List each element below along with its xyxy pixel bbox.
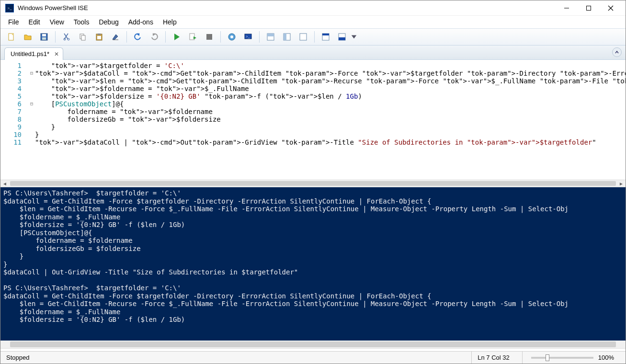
zoom-label: 100% (598, 354, 614, 361)
script-editor[interactable]: 1234567891011 ⊟⊟ "tok">-var">$targetfold… (0, 60, 626, 180)
menu-tools[interactable]: Tools (69, 17, 94, 27)
file-tab[interactable]: Untitled1.ps1* ✕ (4, 47, 63, 60)
zoom-slider[interactable] (531, 357, 593, 359)
clear-button[interactable] (107, 30, 124, 44)
menu-edit[interactable]: Edit (24, 17, 45, 27)
run-icon (172, 33, 181, 41)
copy-icon (79, 33, 87, 41)
console-pane[interactable]: PS C:\Users\Tashreef> $targetfolder = 'C… (0, 187, 626, 341)
run-selection-icon (189, 33, 197, 41)
menu-add-ons[interactable]: Add-ons (124, 17, 158, 27)
new-button[interactable] (3, 30, 20, 44)
new-icon (7, 33, 16, 41)
cut-icon (62, 33, 71, 41)
paste-button[interactable] (91, 30, 107, 44)
status-state: Stopped (6, 354, 29, 361)
run-button[interactable] (169, 30, 185, 44)
line-gutter: 1234567891011 (0, 60, 28, 180)
layout3-button[interactable] (295, 30, 311, 44)
svg-rect-27 (300, 34, 307, 40)
menu-file[interactable]: File (3, 17, 24, 27)
command-pane-icon (338, 33, 346, 41)
app-icon: >_ (5, 4, 14, 12)
scroll-right-icon[interactable]: ► (617, 180, 626, 187)
svg-rect-24 (267, 34, 274, 36)
redo-button[interactable] (146, 30, 162, 44)
layout3-icon (299, 33, 307, 41)
menu-view[interactable]: View (45, 17, 69, 27)
window-title: Windows PowerShell ISE (18, 4, 556, 11)
console-horizontal-scrollbar[interactable] (0, 341, 626, 348)
remote-icon: >_ (244, 33, 252, 41)
svg-rect-8 (42, 37, 46, 40)
menu-help[interactable]: Help (158, 17, 182, 27)
close-button[interactable] (600, 1, 622, 15)
breakpoint-button[interactable] (224, 30, 240, 44)
layout2-button[interactable] (279, 30, 295, 44)
status-bar: Stopped Ln 7 Col 32 100% (0, 351, 626, 364)
zoom-knob[interactable] (546, 354, 549, 361)
remote-button[interactable]: >_ (240, 30, 256, 44)
save-icon (40, 33, 48, 41)
clear-icon (111, 33, 120, 41)
svg-rect-15 (97, 36, 101, 39)
svg-text:>_: >_ (246, 34, 250, 39)
maximize-button[interactable] (578, 1, 600, 15)
svg-rect-26 (284, 34, 286, 40)
layout1-button[interactable] (262, 30, 279, 44)
undo-button[interactable] (130, 30, 146, 44)
open-icon (23, 33, 32, 41)
stop-button[interactable] (201, 30, 217, 44)
svg-rect-12 (81, 35, 85, 40)
breakpoint-icon (228, 33, 236, 41)
svg-rect-14 (98, 34, 101, 35)
scroll-thumb[interactable] (10, 341, 616, 347)
script-pane-icon (321, 33, 330, 41)
stop-icon (205, 33, 214, 41)
scroll-left-icon[interactable]: ◄ (0, 180, 9, 187)
svg-rect-31 (339, 37, 345, 40)
editor-horizontal-scrollbar[interactable]: ◄ ► (0, 180, 626, 187)
menu-debug[interactable]: Debug (94, 17, 123, 27)
scroll-thumb[interactable] (10, 181, 616, 186)
save-button[interactable] (36, 30, 52, 44)
titlebar: >_ Windows PowerShell ISE (0, 0, 626, 16)
paste-icon (95, 33, 103, 41)
svg-rect-2 (587, 6, 591, 10)
redo-icon (150, 33, 159, 41)
collapse-script-pane-icon[interactable] (612, 47, 622, 57)
command-pane-button[interactable] (334, 30, 350, 44)
svg-rect-18 (206, 34, 212, 40)
status-position: Ln 7 Col 32 (471, 352, 515, 364)
layout2-icon (283, 33, 291, 41)
toolbar: >_ (0, 28, 626, 46)
layout1-icon (266, 33, 275, 41)
script-pane-button[interactable] (318, 30, 334, 44)
svg-text:>_: >_ (8, 6, 12, 11)
cut-button[interactable] (58, 30, 75, 44)
svg-rect-7 (42, 34, 46, 36)
zoom-control[interactable]: 100% (522, 352, 620, 364)
menubar: FileEditViewToolsDebugAdd-onsHelp (0, 16, 626, 28)
tab-close-icon[interactable]: ✕ (53, 51, 60, 57)
copy-button[interactable] (75, 30, 91, 44)
tab-strip: Untitled1.ps1* ✕ (0, 46, 626, 60)
tab-label: Untitled1.ps1* (11, 50, 49, 57)
undo-icon (134, 33, 142, 41)
svg-point-20 (230, 35, 233, 38)
run-selection-button[interactable] (185, 30, 201, 44)
open-button[interactable] (20, 30, 36, 44)
fold-column[interactable]: ⊟⊟ (28, 60, 35, 180)
svg-rect-29 (322, 34, 329, 35)
toolbar-overflow-button[interactable] (350, 30, 358, 44)
code-area[interactable]: "tok">-var">$targetfolder = 'C:\'"tok">-… (35, 60, 626, 180)
minimize-button[interactable] (556, 1, 578, 15)
